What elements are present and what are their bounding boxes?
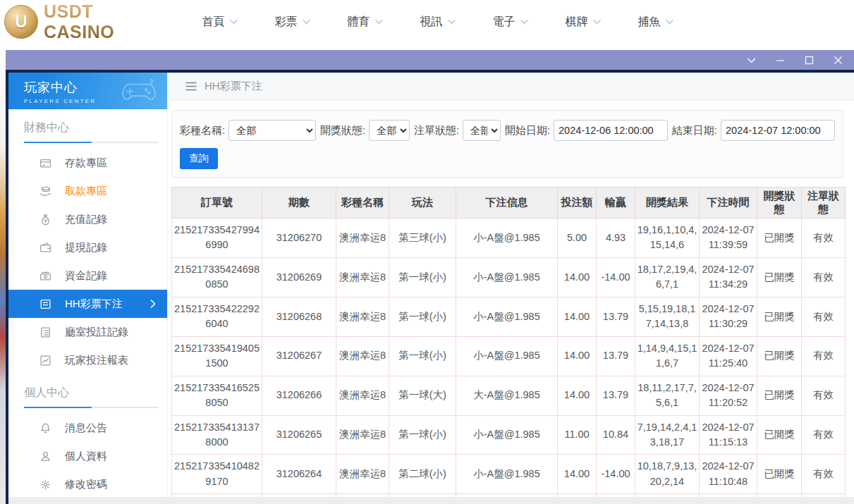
- nav-item-label: 捕魚: [638, 15, 661, 30]
- table-cell: 2152173354279946990: [172, 219, 262, 258]
- lottery-select[interactable]: 全部: [228, 120, 316, 141]
- table-cell: 第一球(小): [389, 297, 456, 336]
- table-cell: 31206266: [262, 376, 336, 415]
- column-header: 開獎狀態: [757, 188, 802, 219]
- table-cell: 31206270: [262, 219, 336, 258]
- table-cell: 2152173354222926040: [172, 297, 262, 336]
- table-cell: 2152173354131378000: [172, 415, 262, 455]
- sidebar-section-title: 個人中心: [8, 374, 167, 407]
- sidebar-item[interactable]: 修改密碼: [8, 470, 167, 498]
- table-cell: 10,18,7,9,13,20,2,14: [635, 455, 700, 494]
- table-cell: 7,19,14,2,4,13,18,17: [635, 415, 700, 455]
- sidebar-item[interactable]: HH彩票下注: [8, 290, 167, 318]
- window-minimize-icon[interactable]: [775, 55, 785, 65]
- column-header: 輸贏: [597, 188, 635, 219]
- order-status-select[interactable]: 全部: [463, 120, 501, 141]
- sidebar-item-label: 資金記錄: [65, 269, 107, 283]
- sidebar-item[interactable]: 消息公告: [8, 414, 167, 442]
- chevron-down-icon: [230, 19, 238, 25]
- table-cell: 2024-12-07 11:25:40: [700, 336, 757, 376]
- profile-icon: [39, 450, 51, 462]
- table-cell: 已開獎: [757, 455, 802, 494]
- nav-item-label: 體育: [348, 15, 370, 30]
- table-cell: 2024-12-07 11:30:29: [700, 297, 757, 336]
- table-cell: 有效: [802, 219, 846, 258]
- table-cell: 2024-12-07 11:34:29: [700, 257, 757, 297]
- table-cell: 14.00: [558, 297, 597, 336]
- sidebar-item[interactable]: 廳室投註記錄: [8, 318, 167, 346]
- sidebar-item-label: 修改密碼: [65, 478, 107, 491]
- window-maximize-icon[interactable]: [804, 55, 814, 65]
- hall-record-icon: [39, 326, 51, 338]
- brand-logo[interactable]: U USDT CASINO: [4, 1, 168, 42]
- column-header: 訂單號: [172, 188, 262, 219]
- nav-item[interactable]: 首頁: [183, 0, 256, 44]
- table-cell: 有效: [802, 415, 846, 455]
- table-cell: 已開獎: [757, 297, 802, 336]
- table-cell: 有效: [802, 336, 846, 376]
- nav-item-label: 彩票: [275, 15, 298, 30]
- page-title: HH彩票下注: [205, 80, 262, 93]
- table-cell: 已開獎: [757, 336, 802, 376]
- sidebar-item[interactable]: 玩家投注報表: [8, 346, 167, 374]
- table-cell: 第一球(小): [389, 415, 456, 455]
- column-header: 期數: [262, 188, 336, 219]
- nav-item-label: 電子: [493, 15, 516, 30]
- table-cell: 小-A盤@1.985: [456, 219, 558, 258]
- window-chevron-down-icon[interactable]: [746, 55, 756, 65]
- search-button[interactable]: 查詢: [180, 148, 218, 169]
- sidebar-item[interactable]: 充值記錄: [8, 205, 167, 233]
- nav-item-label: 首頁: [202, 15, 225, 30]
- table-row: 215217335413137800031206265澳洲幸运8第一球(小)小-…: [172, 415, 846, 455]
- end-date-input[interactable]: [721, 120, 835, 141]
- filter-panel: 彩種名稱: 全部 開獎狀態: 全部 注單狀態: 全部 開始日期:: [171, 110, 843, 178]
- end-date-label: 結束日期:: [672, 124, 717, 137]
- nav-item-label: 棋牌: [566, 15, 588, 30]
- table-row: 215217335410482917031206264澳洲幸运8第二球(小)小-…: [172, 455, 846, 494]
- table-cell: -14.00: [597, 455, 635, 494]
- sidebar-item-label: 玩家投注報表: [65, 354, 128, 367]
- sidebar-item[interactable]: 取款專區: [8, 177, 167, 205]
- nav-item[interactable]: 視訊: [401, 0, 474, 44]
- table-cell: 已開獎: [757, 219, 802, 258]
- window-close-icon[interactable]: [833, 55, 843, 65]
- nav-item[interactable]: 捕魚: [619, 0, 692, 44]
- sidebar-item[interactable]: 提現記錄: [8, 233, 167, 262]
- table-cell: 18,17,2,19,4,6,7,1: [635, 257, 700, 297]
- table-cell: 澳洲幸运8: [336, 336, 389, 376]
- nav-item[interactable]: 電子: [474, 0, 547, 44]
- gear-icon: [39, 479, 51, 491]
- table-cell: 14.00: [558, 336, 597, 376]
- table-cell: 14.00: [558, 455, 597, 494]
- order-status-filter-label: 注單狀態:: [414, 124, 459, 137]
- table-row: 215217335427994699031206270澳洲幸运8第三球(小)小-…: [172, 219, 846, 258]
- lottery-bets-icon: [39, 298, 51, 310]
- gamepad-icon: [121, 78, 157, 102]
- lottery-filter-label: 彩種名稱:: [180, 124, 225, 137]
- table-cell: 5,15,19,18,17,14,13,8: [635, 297, 700, 336]
- sidebar-item[interactable]: 存款專區: [8, 149, 167, 177]
- nav-item[interactable]: 棋牌: [547, 0, 619, 44]
- table-cell: 2152173354194051500: [172, 336, 262, 376]
- table-cell: 2024-12-07 11:10:48: [700, 455, 757, 494]
- sidebar-item-label: 個人資料: [65, 450, 107, 463]
- draw-status-select[interactable]: 全部: [369, 120, 410, 141]
- logo-coin-icon: U: [4, 5, 38, 39]
- table-cell: 第三球(小): [389, 219, 456, 258]
- table-cell: 5.00: [558, 219, 597, 258]
- table-cell: 4.93: [597, 219, 635, 258]
- logo-badge: U: [15, 12, 27, 32]
- horizontal-scrollbar[interactable]: [8, 497, 854, 504]
- table-cell: 2024-12-07 11:39:59: [700, 219, 757, 258]
- column-header: 開獎結果: [635, 188, 700, 219]
- menu-toggle-icon[interactable]: [185, 82, 197, 91]
- nav-item[interactable]: 體育: [329, 0, 401, 44]
- sidebar-item[interactable]: 資金記錄: [8, 262, 167, 290]
- sidebar-item-label: 廳室投註記錄: [65, 326, 128, 339]
- start-date-input[interactable]: [554, 120, 668, 141]
- nav-item[interactable]: 彩票: [256, 0, 329, 44]
- table-cell: 2152173354246980850: [172, 257, 262, 297]
- nav-item-label: 視訊: [420, 15, 443, 30]
- table-cell: 31206267: [262, 336, 336, 376]
- sidebar-item[interactable]: 個人資料: [8, 442, 167, 470]
